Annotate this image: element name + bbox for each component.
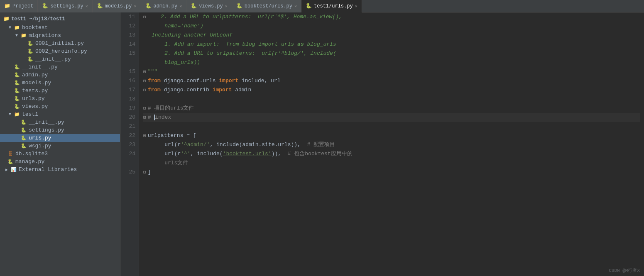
py-file-icon: 🐍: [13, 80, 21, 86]
py-file-icon: 🐍: [27, 41, 34, 46]
tab-admin[interactable]: 🐍 admin.py ✕: [141, 0, 187, 12]
line-text: include, url: [238, 76, 280, 85]
line-text: )),: [272, 149, 281, 159]
sidebar[interactable]: 📁 test1 ~/bj18/test1 ▼ 📁 booktest ▼ 📁 mi…: [0, 12, 120, 276]
close-icon[interactable]: ✕: [134, 4, 136, 9]
tab-test1-urls[interactable]: 🐍 test1/urls.py ✕: [301, 0, 362, 12]
tree-item-manage[interactable]: 🐍 manage.py: [0, 158, 120, 166]
tree-item-test1-settings[interactable]: 🐍 settings.py: [0, 126, 120, 134]
comment: # 包含booktest应用中的: [281, 149, 353, 159]
expand-arrow-icon: ▼: [7, 25, 13, 30]
tree-item-label: db.sqlite3: [15, 151, 48, 157]
tree-item-migrations-init[interactable]: 🐍 __init__.py: [0, 55, 120, 63]
tree-item-booktest-views[interactable]: 🐍 views.py: [0, 103, 120, 110]
line-text: Including another URLconf: [152, 31, 233, 40]
fold-icon[interactable]: ⊟: [143, 168, 146, 177]
tab-label: Project: [12, 3, 33, 9]
tab-settings[interactable]: 🐍 settings.py ✕: [38, 0, 92, 12]
close-icon[interactable]: ✕: [225, 4, 228, 9]
py-file-icon: 🐍: [7, 159, 14, 165]
code-line-25: ⊟ ]: [143, 168, 640, 177]
close-icon[interactable]: ✕: [294, 4, 297, 9]
tree-item-booktest-admin[interactable]: 🐍 admin.py: [0, 71, 120, 79]
fold-icon[interactable]: ⊟: [143, 76, 146, 85]
tab-label: booktest/urls.py: [245, 3, 292, 9]
keyword-import: import: [213, 85, 232, 95]
tree-item-label: __init__.py: [22, 64, 58, 70]
py-file-icon: 🐍: [20, 120, 27, 125]
string-admin: '^admin/': [181, 140, 210, 149]
tab-models[interactable]: 🐍 models.py ✕: [93, 0, 141, 12]
close-icon[interactable]: ✕: [86, 4, 88, 9]
tab-views[interactable]: 🐍 views.py ✕: [186, 0, 232, 12]
line-numbers: 11 12 13 14 15 15 16 17 18 19 20 21 22 2…: [120, 12, 139, 276]
line-text: # 项目的urls文件: [148, 104, 194, 113]
comment: # 配置项目: [301, 140, 335, 149]
editor-area[interactable]: 11 12 13 14 15 15 16 17 18 19 20 21 22 2…: [120, 12, 644, 276]
line-text: [143, 122, 147, 131]
tree-item-0002[interactable]: 🐍 0002_heroinfo.py: [0, 47, 120, 55]
code-line-22: ⊟ urlpatterns = [: [143, 131, 640, 140]
py-file-icon: 🐍: [13, 88, 21, 94]
tree-item-label: test1: [22, 111, 38, 117]
url-string: 'booktest.urls': [223, 149, 272, 159]
py-file-icon: 🐍: [13, 96, 21, 102]
fold-icon[interactable]: ⊟: [143, 131, 146, 140]
tree-item-booktest-urls[interactable]: 🐍 urls.py: [0, 95, 120, 103]
py-file-icon: 🐍: [42, 3, 48, 9]
code-line-18: [143, 95, 640, 104]
fold-icon[interactable]: ⊟: [143, 113, 146, 122]
line-num-13: 13: [120, 31, 135, 40]
line-num-17: 17: [120, 85, 135, 95]
code-line-15: 2. Add a URL to urlpatterns: url(r'^blog…: [143, 49, 640, 58]
code-line-19: ⊟ # 项目的urls文件: [143, 104, 640, 113]
folder-icon: 📁: [13, 25, 21, 31]
tab-label: settings.py: [50, 3, 83, 9]
tree-item-label: models.py: [22, 80, 51, 86]
tree-item-external-libs[interactable]: ▶ 📊 External Libraries: [0, 166, 120, 173]
code-line-21: [143, 122, 640, 131]
tree-item-test1-urls[interactable]: 🐍 urls.py: [0, 134, 120, 142]
fold-icon[interactable]: ⊟: [143, 67, 146, 76]
tree-item-booktest-init[interactable]: 🐍 __init__.py: [0, 63, 120, 71]
tree-item-label: urls.py: [29, 135, 51, 141]
tree-item-test1-init[interactable]: 🐍 __init__.py: [0, 118, 120, 126]
expand-arrow-icon: ▼: [13, 33, 20, 38]
py-file-icon: 🐍: [27, 56, 34, 62]
code-line-12: name='home'): [143, 22, 640, 31]
py-file-icon: 🐍: [191, 3, 197, 9]
tree-item-label: External Libraries: [19, 166, 77, 173]
line-text: django.contrib: [161, 85, 213, 95]
string-caret: '^': [181, 149, 190, 159]
line-text: ]: [148, 168, 151, 177]
tree-item-test1[interactable]: ▼ 📁 test1: [0, 110, 120, 118]
code-content[interactable]: ⊟ 2. Add a URL to urlpatterns: url(r'^$'…: [139, 12, 644, 276]
close-icon[interactable]: ✕: [179, 4, 182, 9]
tree-item-migrations[interactable]: ▼ 📁 migrations: [0, 32, 120, 39]
keyword-from: from: [148, 85, 161, 95]
expand-arrow-icon: ▼: [7, 112, 13, 117]
keyword-import: import: [219, 76, 238, 85]
tree-item-test1-wsgi[interactable]: 🐍 wsgi.py: [0, 142, 120, 150]
folder-icon: 📁: [4, 3, 10, 9]
code-line-16: ⊟ from django.conf.urls import include, …: [143, 76, 640, 85]
tab-project[interactable]: 📁 Project: [0, 0, 38, 12]
fold-icon[interactable]: ⊟: [143, 12, 146, 22]
close-icon[interactable]: ✕: [355, 4, 358, 9]
fold-icon[interactable]: ⊟: [143, 85, 146, 95]
tab-booktest-urls[interactable]: 🐍 booktest/urls.py ✕: [232, 0, 301, 12]
line-num-25: 25: [120, 168, 135, 177]
tree-item-label: __init__.py: [35, 56, 71, 62]
code-line-24b: urls文件: [143, 159, 640, 168]
line-text: django.conf.urls: [161, 76, 219, 85]
line-num-15: 15: [120, 49, 135, 58]
tree-item-booktest[interactable]: ▼ 📁 booktest: [0, 24, 120, 32]
fold-icon[interactable]: ⊟: [143, 104, 146, 113]
tree-item-booktest-models[interactable]: 🐍 models.py: [0, 79, 120, 87]
tree-item-0001[interactable]: 🐍 0001_initial.py: [0, 39, 120, 47]
tree-item-db[interactable]: 🗄 db.sqlite3: [0, 150, 120, 158]
line-text: 2. Add a URL to urlpatterns: url(r'^$', …: [148, 12, 342, 22]
tree-item-booktest-tests[interactable]: 🐍 tests.py: [0, 87, 120, 95]
line-text: """: [148, 67, 157, 76]
code-line-14: 1. Add an import: from blog import urls …: [143, 40, 640, 49]
